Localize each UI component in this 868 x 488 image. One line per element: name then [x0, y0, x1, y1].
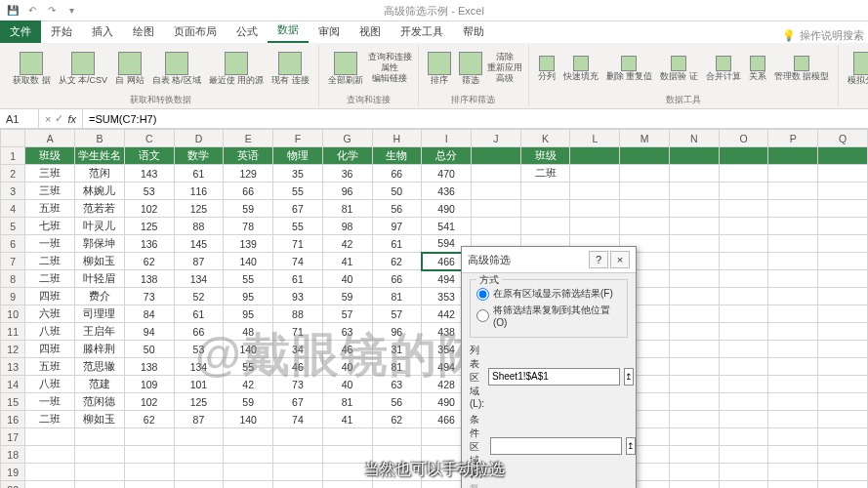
cell-D14[interactable]: 101: [174, 376, 224, 393]
cell-E9[interactable]: 95: [224, 288, 273, 305]
cell-F4[interactable]: 67: [273, 200, 323, 218]
col-header-Q[interactable]: Q: [818, 130, 868, 147]
cell-D13[interactable]: 134: [174, 358, 224, 376]
col-header-K[interactable]: K: [520, 130, 570, 147]
cell-Q17[interactable]: [818, 428, 868, 446]
cell-N6[interactable]: [669, 235, 719, 253]
cell-Q12[interactable]: [818, 341, 868, 358]
row-header-11[interactable]: 11: [1, 323, 25, 341]
cell-C5[interactable]: 125: [124, 218, 174, 235]
cell-E12[interactable]: 140: [224, 341, 273, 358]
cell-N4[interactable]: [669, 200, 719, 218]
cell-B9[interactable]: 费介: [75, 288, 125, 305]
cell-H17[interactable]: [372, 428, 422, 446]
recent-sources-button[interactable]: 最近使 用的源: [206, 50, 268, 88]
col-header-B[interactable]: B: [75, 130, 125, 147]
cell-C1[interactable]: 语文: [124, 147, 174, 165]
cell-F14[interactable]: 73: [273, 376, 323, 393]
cell-D9[interactable]: 52: [174, 288, 224, 305]
tab-view[interactable]: 视图: [350, 20, 391, 43]
cell-C3[interactable]: 53: [124, 183, 174, 200]
row-header-16[interactable]: 16: [1, 411, 25, 428]
cell-P11[interactable]: [768, 323, 818, 341]
cell-B18[interactable]: [75, 446, 125, 464]
cell-P14[interactable]: [768, 376, 818, 393]
cell-F1[interactable]: 物理: [273, 147, 323, 165]
filter-button[interactable]: 筛选: [456, 50, 485, 88]
cell-F2[interactable]: 35: [273, 165, 323, 183]
flash-fill-button[interactable]: 快速填充: [560, 54, 601, 84]
row-header-18[interactable]: 18: [1, 446, 25, 464]
cell-E20[interactable]: [224, 481, 273, 489]
cell-C9[interactable]: 73: [124, 288, 174, 305]
cell-N17[interactable]: [669, 428, 719, 446]
cell-B8[interactable]: 叶轻眉: [75, 270, 125, 288]
cell-N1[interactable]: [669, 147, 719, 165]
cell-N5[interactable]: [669, 218, 719, 235]
from-web-button[interactable]: 自 网站: [112, 50, 147, 88]
cell-O10[interactable]: [719, 305, 768, 323]
cell-H4[interactable]: 56: [372, 200, 422, 218]
cell-G7[interactable]: 41: [322, 253, 372, 270]
cell-F15[interactable]: 67: [273, 393, 323, 411]
cell-P6[interactable]: [768, 235, 818, 253]
cell-O19[interactable]: [719, 464, 768, 481]
cell-P12[interactable]: [768, 341, 818, 358]
col-header-G[interactable]: G: [322, 130, 372, 147]
cell-A1[interactable]: 班级: [25, 147, 75, 165]
cell-P15[interactable]: [768, 393, 818, 411]
cell-L4[interactable]: [570, 200, 620, 218]
cell-H20[interactable]: [372, 481, 422, 489]
get-data-button[interactable]: 获取数 据: [10, 50, 54, 88]
cell-A11[interactable]: 八班: [25, 323, 75, 341]
cell-B17[interactable]: [75, 428, 125, 446]
cell-O8[interactable]: [719, 270, 768, 288]
cancel-formula-icon[interactable]: ×: [45, 113, 51, 125]
data-model-button[interactable]: 管理数 据模型: [771, 54, 833, 84]
cell-A16[interactable]: 二班: [25, 411, 75, 428]
cell-N11[interactable]: [669, 323, 719, 341]
cell-F7[interactable]: 74: [273, 253, 323, 270]
cell-O9[interactable]: [719, 288, 768, 305]
cell-F3[interactable]: 55: [273, 183, 323, 200]
cell-E11[interactable]: 48: [224, 323, 273, 341]
cell-P16[interactable]: [768, 411, 818, 428]
cell-O7[interactable]: [719, 253, 768, 270]
cell-A10[interactable]: 六班: [25, 305, 75, 323]
cell-L1[interactable]: [570, 147, 620, 165]
tab-draw[interactable]: 绘图: [123, 20, 164, 43]
cell-H3[interactable]: 50: [372, 183, 422, 200]
cell-F5[interactable]: 55: [273, 218, 323, 235]
cell-B16[interactable]: 柳如玉: [75, 411, 125, 428]
cell-Q19[interactable]: [818, 464, 868, 481]
row-header-5[interactable]: 5: [1, 218, 25, 235]
cell-E10[interactable]: 95: [224, 305, 273, 323]
cell-B1[interactable]: 学生姓名: [75, 147, 125, 165]
col-header-I[interactable]: I: [422, 130, 472, 147]
cell-Q4[interactable]: [818, 200, 868, 218]
cell-C16[interactable]: 62: [124, 411, 174, 428]
cell-P17[interactable]: [768, 428, 818, 446]
cell-A7[interactable]: 二班: [25, 253, 75, 270]
cell-A2[interactable]: 三班: [25, 165, 75, 183]
cell-D12[interactable]: 53: [174, 341, 224, 358]
cell-P8[interactable]: [768, 270, 818, 288]
cell-I1[interactable]: 总分: [422, 147, 472, 165]
cell-Q11[interactable]: [818, 323, 868, 341]
row-header-13[interactable]: 13: [1, 358, 25, 376]
reapply-button[interactable]: 重新应用: [487, 63, 522, 73]
cell-O3[interactable]: [719, 183, 768, 200]
cell-F13[interactable]: 46: [273, 358, 323, 376]
relationships-button[interactable]: 关系: [746, 54, 769, 84]
tab-developer[interactable]: 开发工具: [391, 20, 453, 43]
cell-G6[interactable]: 42: [322, 235, 372, 253]
cell-K5[interactable]: [520, 218, 570, 235]
filter-copy-radio[interactable]: [476, 309, 489, 322]
cell-Q15[interactable]: [818, 393, 868, 411]
qat-dropdown-icon[interactable]: ▾: [64, 4, 78, 18]
cell-N19[interactable]: [669, 464, 719, 481]
cell-D6[interactable]: 145: [174, 235, 224, 253]
cell-N8[interactable]: [669, 270, 719, 288]
tab-help[interactable]: 帮助: [453, 20, 494, 43]
tab-data[interactable]: 数据: [268, 19, 309, 43]
